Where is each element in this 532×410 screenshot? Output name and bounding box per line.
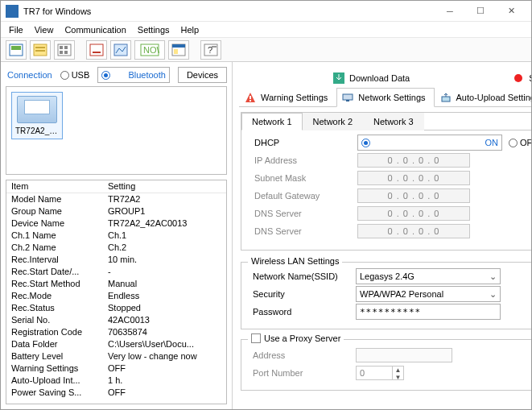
prop-value: TR72A2 xyxy=(103,193,226,205)
svg-rect-25 xyxy=(346,100,349,101)
table-row[interactable]: Battery LevelVery low - change now xyxy=(6,350,226,362)
subtab-network1[interactable]: Network 1 xyxy=(241,113,303,130)
table-row[interactable]: Ch.1 NameCh.1 xyxy=(6,229,226,241)
col-setting[interactable]: Setting xyxy=(103,180,226,193)
svg-rect-23 xyxy=(250,100,251,101)
table-row[interactable]: Warning SettingsOFF xyxy=(6,362,226,374)
table-row[interactable]: Auto-Upload Int...1 h. xyxy=(6,374,226,386)
proxy-address-field xyxy=(356,348,452,362)
ip-field: 0 . 0 . 0 . 0 xyxy=(357,153,470,168)
network-panel: Network 1 Network 2 Network 3 DHCP ON OF… xyxy=(241,112,532,251)
table-row[interactable]: Serial No.42AC0013 xyxy=(6,313,226,325)
prop-key: Warning Settings xyxy=(6,362,103,374)
wlan-legend: Wireless LAN Settings xyxy=(248,256,342,266)
devices-button[interactable]: Devices xyxy=(178,67,227,83)
tab-network-settings[interactable]: Network Settings xyxy=(336,88,434,107)
prop-key: Rec.Interval xyxy=(6,253,103,265)
proxy-port-spinner: 0 ▲▼ xyxy=(356,366,404,380)
tab-auto-upload[interactable]: Auto-Upload Settings xyxy=(435,88,532,107)
menu-help[interactable]: Help xyxy=(176,23,204,36)
svg-rect-6 xyxy=(60,46,63,49)
table-row[interactable]: Registration Code70635874 xyxy=(6,325,226,338)
menu-communication[interactable]: Communication xyxy=(60,23,130,36)
dhcp-form: DHCP ON OFF IP Address0 . 0 . 0 . 0 Subn… xyxy=(241,130,532,242)
svg-rect-8 xyxy=(60,51,63,54)
table-row[interactable]: Device NameTR72A2_42AC0013 xyxy=(6,217,226,229)
password-label: Password xyxy=(253,307,349,317)
dhcp-on-radio[interactable]: ON xyxy=(357,135,502,151)
prop-key: Battery Level xyxy=(6,350,103,362)
radio-usb[interactable]: USB xyxy=(60,70,90,80)
close-button[interactable]: ✕ xyxy=(496,2,526,20)
proxy-checkbox[interactable] xyxy=(251,333,261,343)
wlan-group: Wireless LAN Settings Network Name(SSID)… xyxy=(241,262,532,329)
dns1-label: DNS Server xyxy=(254,209,351,218)
proxy-address-label: Address xyxy=(253,350,349,360)
tab-download-data[interactable]: Download Data xyxy=(328,68,419,88)
table-row[interactable]: Power Saving S...OFF xyxy=(6,386,226,398)
prop-key: Data Folder xyxy=(6,338,103,350)
prop-value: Manual xyxy=(103,277,226,289)
prop-value: GROUP1 xyxy=(103,205,226,217)
table-row[interactable]: Rec.ModeEndless xyxy=(6,289,226,301)
ssid-select[interactable]: Legasys 2.4G⌄ xyxy=(356,268,501,284)
table-row[interactable]: Model NameTR72A2 xyxy=(6,193,226,205)
menu-settings[interactable]: Settings xyxy=(133,23,175,36)
table-row[interactable]: Group NameGROUP1 xyxy=(6,205,226,217)
menu-file[interactable]: File xyxy=(4,23,28,36)
prop-key: Ch.2 Name xyxy=(6,241,103,253)
svg-rect-10 xyxy=(90,44,103,56)
prop-key: Auto-Upload Int... xyxy=(6,374,103,386)
device-card[interactable]: TR72A2_42AC... xyxy=(11,92,63,139)
chevron-down-icon: ⌄ xyxy=(489,289,497,300)
maximize-button[interactable]: ☐ xyxy=(465,2,496,20)
prop-key: Rec.Start Date/... xyxy=(6,265,103,277)
tab-warning-settings[interactable]: Warning Settings xyxy=(239,88,336,107)
minimize-button[interactable]: ─ xyxy=(435,2,465,20)
toolbar-btn-7[interactable] xyxy=(168,40,189,60)
device-list[interactable]: TR72A2_42AC... xyxy=(6,86,227,175)
dns2-label: DNS Server xyxy=(254,226,351,236)
prop-value: Very low - change now xyxy=(103,350,226,362)
dns2-field: 0 . 0 . 0 . 0 xyxy=(357,224,470,238)
gateway-field: 0 . 0 . 0 . 0 xyxy=(357,188,470,203)
toolbar-btn-4[interactable] xyxy=(86,40,107,60)
toolbar-btn-2[interactable] xyxy=(30,40,51,60)
prop-key: Ch.1 Name xyxy=(6,229,103,241)
device-name-label: TR72A2_42AC... xyxy=(15,126,59,135)
menu-view[interactable]: View xyxy=(30,23,59,36)
toolbar-btn-5[interactable] xyxy=(110,40,131,60)
svg-rect-16 xyxy=(172,44,185,48)
table-row[interactable]: Rec.Start MethodManual xyxy=(6,277,226,289)
network-subtabs: Network 1 Network 2 Network 3 xyxy=(241,113,532,130)
svg-rect-7 xyxy=(64,46,68,49)
toolbar-btn-1[interactable] xyxy=(6,40,27,60)
table-row[interactable]: Ch.2 NameCh.2 xyxy=(6,241,226,253)
tab-start-recording[interactable]: Start Recording xyxy=(507,68,532,88)
toolbar-btn-now[interactable]: NOW xyxy=(134,40,165,60)
subtab-network3[interactable]: Network 3 xyxy=(363,113,424,130)
col-item[interactable]: Item xyxy=(6,180,103,193)
password-field[interactable]: ********** xyxy=(356,304,501,320)
proxy-legend[interactable]: Use a Proxy Server xyxy=(248,333,344,343)
table-row[interactable]: Data FolderC:\Users\User\Docu... xyxy=(6,338,226,350)
dhcp-off-radio[interactable]: OFF xyxy=(509,138,532,147)
radio-bluetooth[interactable]: Bluetooth xyxy=(97,67,170,83)
connection-label: Connection xyxy=(7,70,52,80)
property-table[interactable]: Item Setting Model NameTR72A2Group NameG… xyxy=(6,180,227,404)
subtab-network2[interactable]: Network 2 xyxy=(303,113,364,130)
svg-rect-9 xyxy=(64,51,68,54)
device-thumb-icon xyxy=(17,96,57,123)
toolbar-btn-3[interactable] xyxy=(54,40,75,60)
prop-value: OFF xyxy=(103,386,226,398)
table-row[interactable]: Rec.Interval10 min. xyxy=(6,253,226,265)
prop-value: - xyxy=(103,265,226,277)
app-icon xyxy=(6,5,19,18)
security-select[interactable]: WPA/WPA2 Personal⌄ xyxy=(356,286,501,302)
prop-key: Model Name xyxy=(6,193,103,205)
toolbar-btn-help[interactable]: ? xyxy=(200,40,221,60)
menubar: File View Communication Settings Help xyxy=(1,22,531,38)
spin-down-icon: ▼ xyxy=(393,374,403,381)
table-row[interactable]: Rec.StatusStopped xyxy=(6,301,226,313)
table-row[interactable]: Rec.Start Date/...- xyxy=(6,265,226,277)
